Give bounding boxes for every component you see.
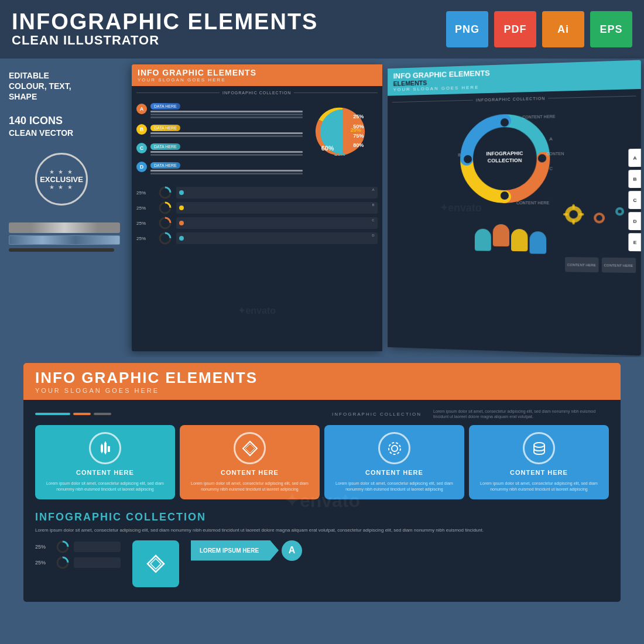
bottom-collection-bar: INFOGRAPHIC COLLECTION Lorem ipsum dolor… — [35, 409, 609, 419]
icon-box-text-1: Lorem ipsum dolor sit amet, consectetur … — [40, 481, 170, 492]
pie-chart: 25% 50% 75% 80% 60% 20% 20% — [307, 102, 378, 180]
tool-images — [9, 220, 114, 254]
bottom-collection-text: Lorem ipsum dolor sit amet, consectetur … — [433, 409, 609, 419]
bottom-diamond-icon — [146, 554, 165, 573]
ring-label-2: 25% — [136, 205, 154, 211]
bottom-section: INFO GRAPHIC ELEMENTS YOUR SLOGAN GOES H… — [0, 357, 644, 644]
badge-png: PNG — [446, 11, 488, 47]
icon-box-text-3: Lorem ipsum dolor sit amet, consectetur … — [329, 481, 460, 492]
svg-text:25%: 25% — [353, 114, 364, 119]
bottom-ring-row-1: 25% — [35, 540, 121, 553]
ring-label-1: 25% — [136, 190, 154, 196]
svg-text:CONTENT HERE: CONTENT HERE — [516, 201, 549, 205]
icon-box-2: CONTENT HERE Lorem ipsum dolor sit amet,… — [180, 425, 320, 499]
ring-label-3: 25% — [136, 221, 154, 226]
icon-box-1: CONTENT HERE Lorem ipsum dolor sit amet,… — [35, 425, 175, 499]
ring-svg-1 — [159, 186, 172, 199]
data-row-a: A DATA HERE — [136, 100, 303, 118]
bottom-ring-pct-1: 25% — [35, 544, 52, 550]
bottom-ring-section: 25% 25% — [35, 540, 121, 572]
letter-badge-a: A — [282, 540, 302, 561]
page-slogan-left: YOUR SLOGAN GOES HERE — [138, 77, 376, 83]
svg-rect-38 — [104, 443, 107, 453]
bottom-info-text: Lorem ipsum dolor sit amet, consectetur … — [35, 527, 609, 535]
icon-box-3: CONTENT HERE Lorem ipsum dolor sit amet,… — [324, 425, 464, 499]
bottom-card-header: INFO GRAPHIC ELEMENTS YOUR SLOGAN GOES H… — [23, 363, 621, 400]
side-tab-e: E — [628, 233, 640, 251]
feature-icons: 140 ICONS — [9, 114, 114, 128]
gray-accent — [94, 413, 111, 415]
icon-box-label-1: CONTENT HERE — [76, 469, 134, 476]
svg-point-48 — [534, 443, 544, 447]
side-tab-d: D — [628, 212, 640, 230]
exclusive-badge: ★ ★ ★ EXCLUSIVE ★ ★ ★ — [35, 153, 88, 205]
icon-box-label-4: CONTENT HERE — [510, 469, 568, 476]
exclusive-stars-bottom: ★ ★ ★ — [49, 184, 74, 190]
left-sidebar: EDITABLE COLOUR, TEXT, SHAPE 140 ICONS C… — [0, 59, 123, 357]
svg-text:20%: 20% — [350, 127, 361, 133]
badge-eps: EPS — [590, 11, 632, 47]
svg-point-46 — [392, 446, 398, 451]
ring-row-3: 25% C — [136, 217, 378, 229]
collection-bar-right: INFOGRAPHIC COLLECTION — [392, 94, 635, 104]
data-label-a: DATA HERE — [150, 103, 180, 109]
arrow-section: LOREM IPSUM HERE A — [191, 540, 302, 561]
puzzle-svg: INFOGRAPHIC COLLECTION CONTENT HERE CONT… — [457, 111, 564, 208]
progress-rings: 25% A 25% — [136, 186, 378, 245]
book-page-left: INFO GRAPHIC ELEMENTS YOUR SLOGAN GOES H… — [132, 64, 382, 351]
side-tabs: A B C D E — [628, 149, 640, 251]
bottom-card: INFO GRAPHIC ELEMENTS YOUR SLOGAN GOES H… — [23, 363, 621, 602]
ring-row-4: 25% D — [136, 232, 378, 245]
ring-svg-3 — [159, 217, 172, 229]
exclusive-text: EXCLUSIVE — [40, 175, 83, 184]
svg-text:A: A — [549, 136, 552, 142]
icon-circle-1 — [89, 432, 121, 464]
svg-text:B: B — [457, 153, 460, 157]
ring-bar-1: A — [176, 187, 378, 198]
sub-title: CLEAN ILLUSTRATOR — [12, 33, 318, 48]
side-tab-b: B — [628, 170, 640, 188]
ring-bar-2: B — [176, 202, 378, 214]
bottom-card-body: ✦envato INFOGRAPHIC COLLECTION Lorem ips… — [23, 400, 621, 602]
top-header: INFOGRAPHIC ELEMENTS CLEAN ILLUSTRATOR P… — [0, 0, 644, 59]
ring-bar-3: C — [176, 217, 378, 229]
puzzle-area: INFOGRAPHIC COLLECTION CONTENT HERE CONT… — [392, 103, 635, 214]
content-box-2: CONTENT HERE — [601, 258, 635, 273]
gear-icon — [386, 440, 403, 457]
bottom-ring-bar-2 — [74, 557, 121, 568]
data-bar-a: DATA HERE — [150, 100, 303, 118]
orange-accent — [73, 413, 91, 415]
teal-accent — [35, 413, 70, 415]
svg-rect-37 — [101, 445, 103, 452]
collection-line-right — [294, 93, 377, 93]
bottom-icon-box — [132, 540, 179, 587]
watermark-right: ✦envato — [439, 201, 481, 214]
data-bar-d: DATA HERE — [150, 159, 303, 174]
data-row-b: B DATA HERE — [136, 121, 303, 137]
svg-text:COLLECTION: COLLECTION — [487, 157, 522, 164]
collection-label-right: INFOGRAPHIC COLLECTION — [476, 96, 545, 102]
icon-circle-4 — [523, 432, 555, 464]
arrow-label: LOREM IPSUM HERE — [191, 540, 279, 561]
bottom-ring-svg-1 — [56, 540, 69, 553]
feature-shape: SHAPE — [9, 91, 114, 102]
badge-ai: Ai — [542, 11, 584, 47]
bottom-info-title: INFOGRAPHIC COLLECTION — [35, 511, 609, 523]
database-icon — [531, 440, 547, 457]
pie-data-section: A DATA HERE B DATA — [136, 100, 378, 183]
bottom-ring-pct-2: 25% — [35, 560, 52, 566]
bottom-ring-row-2: 25% — [35, 556, 121, 569]
sidebar-icons: 140 ICONS CLEAN VECTOR — [9, 114, 114, 139]
bottom-ring-svg-2 — [56, 556, 69, 569]
pen-image — [9, 248, 114, 252]
ring-row-1: 25% A — [136, 186, 378, 199]
collection-bar-left: INFOGRAPHIC COLLECTION — [136, 91, 378, 95]
book-section: INFO GRAPHIC ELEMENTS YOUR SLOGAN GOES H… — [123, 59, 644, 357]
bottom-card-title: INFO GRAPHIC ELEMENTS — [35, 369, 609, 387]
page-title-left: INFO GRAPHIC ELEMENTS — [138, 68, 376, 77]
page-content-left: INFOGRAPHIC COLLECTION A DATA HERE — [132, 86, 382, 252]
svg-rect-39 — [108, 446, 110, 452]
ring-svg-4 — [159, 232, 172, 245]
svg-text:INFOGRAPHIC: INFOGRAPHIC — [486, 150, 523, 157]
data-label-b: DATA HERE — [150, 125, 180, 131]
